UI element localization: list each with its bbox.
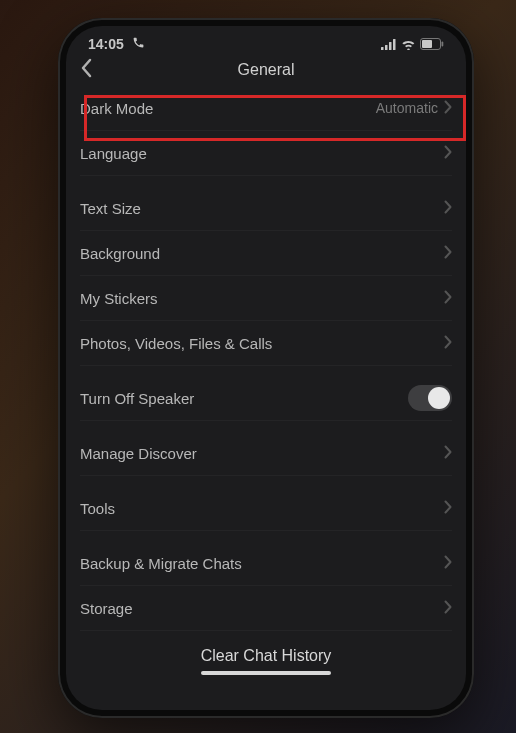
battery-icon bbox=[420, 38, 444, 50]
wifi-icon bbox=[401, 39, 416, 50]
status-left: 14:05 bbox=[88, 36, 145, 52]
home-indicator[interactable] bbox=[201, 671, 331, 675]
row-label: Background bbox=[80, 245, 160, 262]
status-time: 14:05 bbox=[88, 36, 124, 52]
screen: 14:05 General Dark ModeAutomaticLanguage… bbox=[66, 26, 466, 710]
row-language[interactable]: Language bbox=[80, 131, 452, 176]
clear-chat-history[interactable]: Clear Chat History bbox=[66, 631, 466, 671]
svg-rect-5 bbox=[422, 40, 432, 48]
row-label: Language bbox=[80, 145, 147, 162]
row-label: My Stickers bbox=[80, 290, 158, 307]
settings-list: Dark ModeAutomaticLanguageText SizeBackg… bbox=[66, 86, 466, 631]
svg-rect-1 bbox=[385, 45, 388, 50]
row-label: Photos, Videos, Files & Calls bbox=[80, 335, 272, 352]
chevron-right-icon bbox=[444, 245, 452, 262]
row-dark-mode[interactable]: Dark ModeAutomatic bbox=[80, 86, 452, 131]
phone-frame: 14:05 General Dark ModeAutomaticLanguage… bbox=[58, 18, 474, 718]
row-manage-discover[interactable]: Manage Discover bbox=[80, 431, 452, 476]
row-turn-off-speaker[interactable]: Turn Off Speaker bbox=[80, 376, 452, 421]
toggle-switch[interactable] bbox=[408, 385, 452, 411]
row-label: Dark Mode bbox=[80, 100, 153, 117]
row-tools[interactable]: Tools bbox=[80, 486, 452, 531]
call-icon bbox=[132, 36, 145, 52]
chevron-right-icon bbox=[444, 445, 452, 462]
chevron-right-icon bbox=[444, 290, 452, 307]
row-text-size[interactable]: Text Size bbox=[80, 186, 452, 231]
signal-icon bbox=[381, 39, 397, 50]
row-backup-migrate-chats[interactable]: Backup & Migrate Chats bbox=[80, 541, 452, 586]
row-label: Text Size bbox=[80, 200, 141, 217]
row-label: Storage bbox=[80, 600, 133, 617]
row-my-stickers[interactable]: My Stickers bbox=[80, 276, 452, 321]
row-label: Tools bbox=[80, 500, 115, 517]
chevron-right-icon bbox=[444, 200, 452, 217]
row-storage[interactable]: Storage bbox=[80, 586, 452, 631]
chevron-right-icon bbox=[444, 335, 452, 352]
chevron-right-icon bbox=[444, 555, 452, 572]
back-button[interactable] bbox=[80, 58, 92, 82]
row-photos-videos-files-calls[interactable]: Photos, Videos, Files & Calls bbox=[80, 321, 452, 366]
row-value: Automatic bbox=[376, 100, 438, 116]
row-label: Backup & Migrate Chats bbox=[80, 555, 242, 572]
svg-rect-3 bbox=[393, 39, 396, 50]
chevron-right-icon bbox=[444, 145, 452, 162]
row-label: Manage Discover bbox=[80, 445, 197, 462]
status-bar: 14:05 bbox=[66, 26, 466, 54]
chevron-right-icon bbox=[444, 600, 452, 617]
chevron-right-icon bbox=[444, 500, 452, 517]
page-title: General bbox=[238, 61, 295, 79]
row-background[interactable]: Background bbox=[80, 231, 452, 276]
svg-rect-2 bbox=[389, 42, 392, 50]
svg-rect-0 bbox=[381, 47, 384, 50]
chevron-right-icon bbox=[444, 100, 452, 117]
nav-bar: General bbox=[66, 54, 466, 86]
status-right bbox=[381, 38, 444, 50]
row-label: Turn Off Speaker bbox=[80, 390, 194, 407]
svg-rect-6 bbox=[442, 42, 444, 47]
